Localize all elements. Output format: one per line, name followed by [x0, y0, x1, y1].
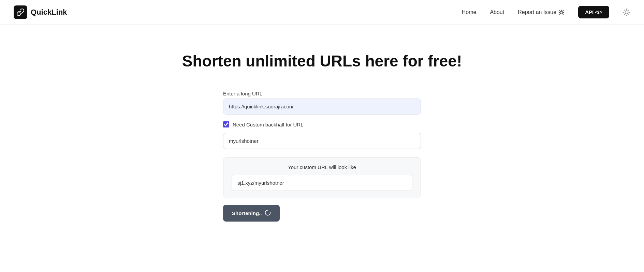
- nav-report[interactable]: Report an Issue: [518, 9, 565, 15]
- svg-line-5: [629, 14, 629, 14]
- navbar-right: Home About Report an Issue API </>: [462, 6, 630, 18]
- url-input-label: Enter a long URL: [223, 91, 421, 96]
- logo-icon: [14, 5, 27, 19]
- custom-backhalf-checkbox-row: Need Custom backhalf for URL: [223, 121, 421, 127]
- preview-title: Your custom URL will look like: [232, 164, 412, 170]
- logo[interactable]: QuickLink: [14, 5, 67, 19]
- url-input-group: Enter a long URL: [223, 91, 421, 115]
- svg-line-9: [629, 10, 629, 10]
- shortening-button[interactable]: Shortening..: [223, 205, 280, 222]
- svg-line-4: [624, 10, 625, 10]
- url-input[interactable]: [223, 99, 421, 115]
- custom-backhalf-checkbox[interactable]: [223, 121, 229, 127]
- custom-backhalf-label[interactable]: Need Custom backhalf for URL: [233, 122, 304, 127]
- logo-text: QuickLink: [31, 8, 67, 17]
- spinner-icon: [265, 210, 271, 217]
- nav-home[interactable]: Home: [462, 9, 477, 15]
- bug-icon: [558, 9, 565, 15]
- main-content: Shorten unlimited URLs here for free! En…: [0, 25, 644, 222]
- report-label: Report an Issue: [518, 9, 556, 15]
- shortening-button-label: Shortening..: [232, 210, 262, 216]
- sun-icon: [623, 9, 630, 16]
- api-button-label: API </>: [585, 9, 602, 15]
- hero-title: Shorten unlimited URLs here for free!: [182, 52, 462, 70]
- navbar: QuickLink Home About Report an Issue API…: [0, 0, 644, 25]
- nav-about[interactable]: About: [490, 9, 504, 15]
- theme-toggle-button[interactable]: [623, 9, 630, 16]
- custom-backhalf-input[interactable]: [223, 133, 421, 149]
- svg-line-8: [624, 14, 625, 14]
- preview-box: Your custom URL will look like sj1.xyz/m…: [223, 157, 421, 198]
- preview-url: sj1.xyz/myurlshotner: [232, 175, 412, 191]
- svg-point-1: [625, 11, 628, 14]
- url-form: Enter a long URL Need Custom backhalf fo…: [223, 91, 421, 222]
- api-button[interactable]: API </>: [578, 6, 609, 18]
- svg-point-0: [560, 11, 563, 14]
